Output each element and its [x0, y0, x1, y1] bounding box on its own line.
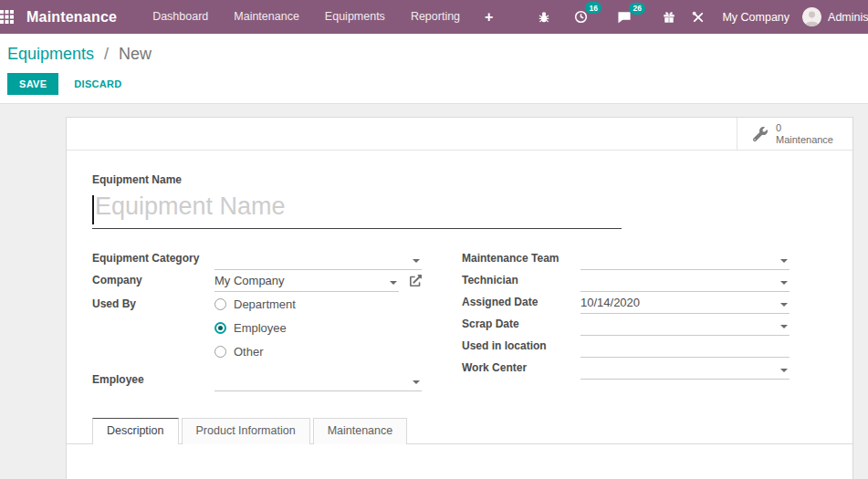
caret-down-icon[interactable] — [780, 281, 788, 285]
debug-menu-button[interactable] — [529, 11, 559, 24]
caret-down-icon[interactable] — [780, 259, 788, 263]
notebook: Description Product Information Maintena… — [67, 418, 852, 479]
user-menu[interactable]: Administrator — [802, 7, 868, 26]
used-by-row: Used By Department Employee — [92, 292, 422, 363]
radio-icon[interactable] — [214, 298, 226, 310]
assigned-date-value: 10/14/2020 — [580, 296, 777, 310]
apps-menu-button[interactable] — [0, 0, 14, 34]
caret-down-icon[interactable] — [390, 281, 397, 285]
caret-down-icon[interactable] — [780, 325, 788, 328]
assigned-date-field[interactable]: 10/14/2020 — [580, 292, 790, 314]
work-center-label: Work Center — [462, 358, 580, 380]
tab-description[interactable]: Description — [92, 418, 179, 444]
external-link-icon[interactable] — [410, 273, 422, 287]
radio-label: Department — [234, 297, 296, 311]
radio-label: Other — [234, 345, 264, 359]
tools-button[interactable] — [684, 11, 713, 24]
work-center-field[interactable] — [580, 358, 790, 380]
tab-content — [67, 444, 852, 479]
used-in-location-label: Used in location — [462, 336, 580, 358]
save-button[interactable]: SAVE — [7, 73, 58, 95]
scrap-date-field[interactable] — [580, 314, 790, 336]
wrench-icon — [753, 126, 768, 141]
radio-label: Employee — [234, 321, 287, 335]
caret-down-icon[interactable] — [780, 303, 788, 307]
company-switcher[interactable]: My Company — [722, 11, 790, 24]
nav-maintenance[interactable]: Maintenance — [222, 0, 311, 34]
maintenance-team-value — [580, 252, 777, 266]
control-panel: Equipments / New SAVE DISCARD — [0, 34, 868, 104]
breadcrumb-equipments-link[interactable]: Equipments — [7, 45, 94, 63]
breadcrumb-separator: / — [104, 45, 109, 63]
form-column-left: Equipment Category Company My Company — [92, 248, 422, 391]
breadcrumb: Equipments / New — [7, 42, 868, 66]
company-row: Company My Company — [92, 270, 422, 292]
radio-icon[interactable] — [214, 346, 226, 358]
maintenance-team-field[interactable] — [580, 248, 790, 270]
equipment-category-field[interactable] — [214, 248, 422, 270]
caret-down-icon[interactable] — [780, 369, 788, 372]
radio-option-employee[interactable]: Employee — [214, 316, 296, 339]
user-name: Administrator — [828, 11, 868, 24]
breadcrumb-current: New — [119, 45, 152, 63]
tab-product-information[interactable]: Product Information — [182, 418, 310, 444]
plus-icon[interactable]: + — [472, 9, 506, 26]
employee-label: Employee — [92, 370, 214, 391]
work-center-row: Work Center — [462, 358, 790, 380]
equipment-name-label: Equipment Name — [92, 173, 788, 186]
rewards-button[interactable] — [654, 11, 684, 24]
technician-label: Technician — [462, 270, 580, 292]
form-card: 0 Maintenance Equipment Name Equipment C… — [66, 117, 853, 479]
form-grid: Equipment Category Company My Company — [92, 248, 788, 391]
employee-field[interactable] — [214, 370, 422, 391]
employee-value — [214, 373, 409, 388]
caret-down-icon[interactable] — [413, 259, 420, 263]
equipment-name-field-wrap — [92, 191, 622, 229]
activities-button[interactable]: 16 — [566, 10, 596, 24]
top-navbar: Maintenance Dashboard Maintenance Equipm… — [0, 0, 868, 34]
apps-grid-icon — [0, 10, 14, 24]
messages-badge: 26 — [629, 3, 645, 15]
gift-icon — [663, 11, 675, 24]
control-panel-buttons: SAVE DISCARD — [7, 73, 868, 95]
equipment-category-label: Equipment Category — [92, 248, 214, 270]
caret-down-icon[interactable] — [413, 380, 420, 384]
tab-bar: Description Product Information Maintena… — [67, 418, 852, 444]
company-field[interactable]: My Company — [214, 270, 399, 292]
systray: 16 26 — [529, 7, 868, 26]
stat-count: 0 — [776, 122, 833, 134]
main-menu: Dashboard Maintenance Equipments Reporti… — [141, 0, 472, 34]
used-by-radio-group: Department Employee Other — [214, 292, 296, 363]
work-center-value — [580, 361, 777, 376]
discard-button[interactable]: DISCARD — [62, 73, 133, 95]
radio-option-other[interactable]: Other — [214, 339, 296, 363]
used-in-location-row: Used in location — [462, 336, 790, 358]
stat-label: Maintenance — [776, 134, 833, 146]
used-in-location-field[interactable] — [580, 336, 790, 358]
company-label: Company — [92, 270, 214, 292]
scrap-date-value — [580, 318, 777, 332]
equipment-category-value — [214, 252, 409, 266]
technician-field[interactable] — [580, 270, 790, 292]
tab-maintenance[interactable]: Maintenance — [313, 418, 408, 444]
technician-row: Technician — [462, 270, 790, 292]
stat-button-box: 0 Maintenance — [67, 118, 852, 151]
nav-dashboard[interactable]: Dashboard — [141, 0, 220, 34]
text-cursor — [92, 195, 94, 224]
app-brand[interactable]: Maintenance — [26, 9, 117, 26]
nav-reporting[interactable]: Reporting — [399, 0, 472, 34]
messages-button[interactable]: 26 — [609, 11, 640, 24]
technician-value — [580, 274, 777, 288]
form-sheet: Equipment Name Equipment Category — [67, 151, 852, 479]
company-value: My Company — [214, 274, 386, 288]
maintenance-team-label: Maintenance Team — [462, 248, 580, 270]
assigned-date-row: Assigned Date 10/14/2020 — [462, 292, 790, 314]
radio-option-department[interactable]: Department — [214, 292, 296, 316]
radio-selected-icon[interactable] — [214, 322, 226, 334]
maintenance-stat-button[interactable]: 0 Maintenance — [737, 118, 852, 150]
bug-icon — [538, 11, 550, 24]
equipment-name-input[interactable] — [92, 191, 622, 229]
nav-equipments[interactable]: Equipments — [313, 0, 397, 34]
maintenance-team-row: Maintenance Team — [462, 248, 790, 270]
scrap-date-row: Scrap Date — [462, 314, 790, 336]
